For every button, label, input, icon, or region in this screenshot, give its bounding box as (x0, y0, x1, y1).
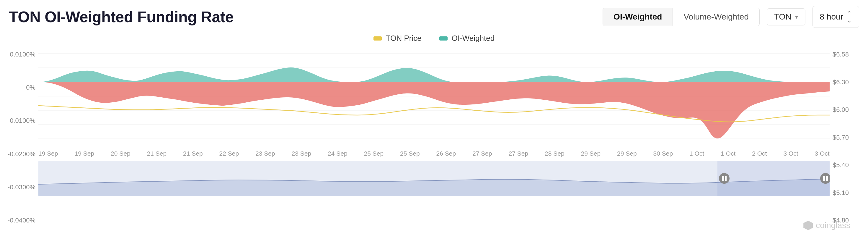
x-label: 1 Oct (721, 150, 736, 157)
header-row: TON OI-Weighted Funding Rate OI-Weighted… (0, 6, 868, 31)
svg-rect-12 (722, 176, 724, 181)
chart-title: TON OI-Weighted Funding Rate (9, 8, 234, 26)
coinglass-text: coinglass (816, 221, 850, 230)
x-label: 26 Sep (436, 150, 456, 157)
legend-row: TON Price OI-Weighted (0, 31, 868, 48)
x-label: 29 Sep (617, 150, 637, 157)
x-label: 22 Sep (219, 150, 239, 157)
y-right-label-3: $5.70 (833, 134, 865, 141)
timeframe-select[interactable]: 8 hour ⌃⌄ (812, 6, 859, 28)
svg-rect-10 (717, 161, 830, 196)
y-label-2: -0.0100% (3, 117, 35, 125)
x-label: 23 Sep (255, 150, 275, 157)
y-label-1: 0% (3, 84, 35, 91)
main-chart-svg (38, 48, 830, 148)
mini-chart-svg (38, 161, 830, 196)
legend-oi-weighted-label: OI-Weighted (452, 34, 495, 43)
y-right-label-0: $6.58 (833, 51, 865, 58)
y-axis-left: 0.0100% 0% -0.0100% -0.0200% -0.0300% -0… (0, 48, 38, 242)
toggle-group: OI-Weighted Volume-Weighted (602, 8, 760, 26)
timeframe-chevron-icon: ⌃⌄ (847, 10, 852, 24)
y-label-3: -0.0200% (3, 150, 35, 158)
controls-group: OI-Weighted Volume-Weighted TON ▾ 8 hour… (602, 6, 859, 28)
x-label: 19 Sep (75, 150, 94, 157)
y-right-label-4: $5.40 (833, 161, 865, 169)
x-label: 25 Sep (364, 150, 384, 157)
x-label: 21 Sep (183, 150, 203, 157)
y-right-label-1: $6.30 (833, 78, 865, 86)
asset-label: TON (774, 12, 792, 22)
svg-rect-16 (826, 176, 828, 181)
x-label: 27 Sep (509, 150, 528, 157)
svg-rect-15 (823, 176, 825, 181)
y-label-4: -0.0300% (3, 183, 35, 191)
legend-oi-weighted-dot (439, 36, 447, 41)
x-label: 23 Sep (292, 150, 311, 157)
x-label: 27 Sep (472, 150, 492, 157)
y-label-5: -0.0400% (3, 217, 35, 224)
x-label: 29 Sep (581, 150, 601, 157)
y-right-label-5: $5.10 (833, 189, 865, 197)
x-label: 30 Sep (653, 150, 673, 157)
toggle-volume-weighted[interactable]: Volume-Weighted (673, 8, 760, 26)
coinglass-watermark: coinglass (803, 221, 850, 230)
svg-point-11 (719, 173, 730, 184)
mini-chart-wrapper[interactable] (38, 161, 830, 196)
main-chart-wrapper: 19 Sep 19 Sep 20 Sep 21 Sep 21 Sep 22 Se… (38, 48, 830, 242)
timeframe-label: 8 hour (820, 12, 843, 22)
y-label-0: 0.0100% (3, 51, 35, 58)
chart-container: TON OI-Weighted Funding Rate OI-Weighted… (0, 0, 868, 242)
x-label: 1 Oct (689, 150, 704, 157)
x-label: 3 Oct (815, 150, 830, 157)
x-label: 19 Sep (38, 150, 58, 157)
coinglass-logo-icon (803, 221, 813, 230)
legend-oi-weighted: OI-Weighted (439, 34, 495, 43)
x-axis: 19 Sep 19 Sep 20 Sep 21 Sep 21 Sep 22 Se… (38, 148, 830, 157)
x-label: 3 Oct (783, 150, 798, 157)
chart-area: 0.0100% 0% -0.0100% -0.0200% -0.0300% -0… (0, 48, 868, 242)
x-label: 28 Sep (545, 150, 564, 157)
x-label: 25 Sep (400, 150, 420, 157)
svg-rect-13 (725, 176, 726, 181)
asset-chevron-icon: ▾ (795, 13, 798, 20)
legend-ton-price: TON Price (373, 34, 422, 43)
legend-ton-price-label: TON Price (386, 34, 422, 43)
y-axis-right: $6.58 $6.30 $6.00 $5.70 $5.40 $5.10 $4.8… (830, 48, 868, 242)
toggle-oi-weighted[interactable]: OI-Weighted (603, 8, 673, 26)
x-label: 20 Sep (111, 150, 130, 157)
y-right-label-2: $6.00 (833, 106, 865, 114)
legend-ton-price-dot (373, 36, 382, 41)
asset-select[interactable]: TON ▾ (767, 8, 805, 25)
x-label: 2 Oct (752, 150, 767, 157)
x-label: 24 Sep (328, 150, 347, 157)
x-label: 21 Sep (147, 150, 167, 157)
